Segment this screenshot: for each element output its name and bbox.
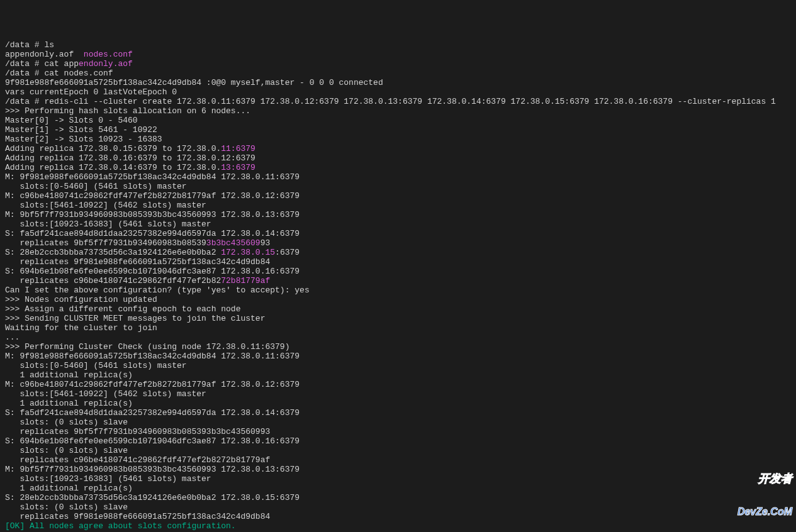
terminal-text: replicates 9bf5f7f7931b934960983b085393b…	[5, 427, 270, 436]
terminal-text: S: fa5df241cae894d8d1daa23257382e994d659…	[5, 408, 300, 418]
terminal-text: appendonly.aof	[5, 50, 84, 59]
terminal-line: /data # cat nodes.conf	[5, 69, 791, 78]
terminal-text: Waiting for the cluster to join	[5, 323, 157, 333]
terminal-text: >>> Performing Cluster Check (using node…	[5, 342, 289, 352]
terminal-line: Adding replica 172.38.0.15:6379 to 172.3…	[5, 144, 791, 153]
terminal-line: S: 694b6e1b08fe6fe0ee6599cb10719046dfc3a…	[5, 267, 791, 276]
terminal-text: M: 9bf5f7f7931b934960983b085393b3bc43560…	[5, 210, 300, 219]
terminal-text: Can I set the above configuration? (type…	[5, 285, 310, 295]
terminal-text: Master[2] -> Slots 10923 - 16383	[5, 135, 162, 144]
terminal-text: slots:[0-5460] (5461 slots) master	[5, 361, 187, 370]
terminal-line: M: 9f981e988fe666091a5725bf138ac342c4d9d…	[5, 352, 791, 361]
terminal-line: S: fa5df241cae894d8d1daa23257382e994d659…	[5, 408, 791, 418]
terminal-text: 93	[261, 238, 271, 248]
terminal-line: Can I set the above configuration? (type…	[5, 285, 791, 295]
terminal-text: slots:[10923-16383] (5461 slots) master	[5, 219, 211, 229]
terminal-line: 1 additional replica(s)	[5, 370, 791, 380]
terminal-text: M: c96be4180741c29862fdf477ef2b8272b8177…	[5, 380, 300, 389]
terminal-line: slots:[0-5460] (5461 slots) master	[5, 182, 791, 191]
terminal-line: slots:[10923-16383] (5461 slots) master	[5, 219, 791, 229]
terminal-text: >>> Nodes configuration updated	[5, 295, 157, 304]
terminal-text: M: 9f981e988fe666091a5725bf138ac342c4d9d…	[5, 352, 300, 361]
terminal-line: slots:[10923-16383] (5461 slots) master	[5, 474, 791, 484]
terminal-text: replicates 9bf5f7f7931b934960983b08539	[5, 238, 206, 248]
terminal-text: 9f981e988fe666091a5725bf138ac342c4d9db84…	[5, 78, 383, 87]
terminal-line: >>> Nodes configuration updated	[5, 295, 791, 304]
terminal-text: /data # redis-cli --cluster create 172.3…	[5, 97, 776, 106]
terminal-line: slots: (0 slots) slave	[5, 502, 791, 512]
terminal-text: Master[0] -> Slots 0 - 5460	[5, 116, 138, 125]
terminal-line: 9f981e988fe666091a5725bf138ac342c4d9db84…	[5, 78, 791, 87]
terminal-text: /data # ls	[5, 40, 54, 50]
terminal-line: S: fa5df241cae894d8d1daa23257382e994d659…	[5, 229, 791, 238]
terminal-line: /data # cat appendonly.aof	[5, 59, 791, 69]
terminal-line: Master[2] -> Slots 10923 - 16383	[5, 135, 791, 144]
terminal-line: replicates 9bf5f7f7931b934960983b085393b…	[5, 427, 791, 436]
terminal-text: Adding replica 172.38.0.15:6379 to 172.3…	[5, 144, 221, 153]
terminal-text: S: 694b6e1b08fe6fe0ee6599cb10719046dfc3a…	[5, 436, 300, 446]
terminal-line: slots:[5461-10922] (5462 slots) master	[5, 201, 791, 210]
terminal-text: M: c96be4180741c29862fdf477ef2b8272b8177…	[5, 191, 300, 201]
terminal-text: Adding replica 172.38.0.16:6379 to 172.3…	[5, 153, 255, 163]
terminal-line: slots:[0-5460] (5461 slots) master	[5, 361, 791, 370]
terminal-line: Master[1] -> Slots 5461 - 10922	[5, 125, 791, 135]
terminal-line: 1 additional replica(s)	[5, 484, 791, 493]
terminal-text: nodes.conf	[84, 50, 133, 59]
terminal-line: replicates c96be4180741c29862fdf477ef2b8…	[5, 455, 791, 465]
terminal-text: S: fa5df241cae894d8d1daa23257382e994d659…	[5, 229, 300, 238]
terminal-line: >>> Performing hash slots allocation on …	[5, 106, 791, 116]
terminal-text: 13:6379	[221, 163, 255, 172]
terminal-line: slots: (0 slots) slave	[5, 446, 791, 455]
terminal-line: Adding replica 172.38.0.14:6379 to 172.3…	[5, 163, 791, 172]
terminal-text: M: 9f981e988fe666091a5725bf138ac342c4d9d…	[5, 172, 300, 182]
terminal-text: 3b3bc435609	[206, 238, 261, 248]
terminal-text: S: 28eb2ccb3bbba73735d56c3a1924126e6e0b0…	[5, 248, 221, 257]
terminal-line: /data # ls	[5, 40, 791, 50]
terminal-text: S: 694b6e1b08fe6fe0ee6599cb10719046dfc3a…	[5, 267, 300, 276]
terminal-text: replicates 9f981e988fe666091a5725bf138ac…	[5, 512, 270, 521]
terminal-text: >>> Assign a different config epoch to e…	[5, 304, 240, 314]
terminal-text: /data # cat app	[5, 59, 79, 69]
terminal-line: replicates 9f981e988fe666091a5725bf138ac…	[5, 257, 791, 267]
terminal-line: S: 28eb2ccb3bbba73735d56c3a1924126e6e0b0…	[5, 493, 791, 502]
terminal-line: /data # redis-cli --cluster create 172.3…	[5, 97, 791, 106]
terminal-line: appendonly.aof nodes.conf	[5, 50, 791, 59]
terminal-line: >>> Assign a different config epoch to e…	[5, 304, 791, 314]
terminal-line: Master[0] -> Slots 0 - 5460	[5, 116, 791, 125]
terminal-line: M: c96be4180741c29862fdf477ef2b8272b8177…	[5, 191, 791, 201]
terminal-text: slots:[0-5460] (5461 slots) master	[5, 182, 187, 191]
terminal-text: slots:[5461-10922] (5462 slots) master	[5, 389, 206, 399]
terminal-line: M: 9f981e988fe666091a5725bf138ac342c4d9d…	[5, 172, 791, 182]
terminal-line: S: 694b6e1b08fe6fe0ee6599cb10719046dfc3a…	[5, 436, 791, 446]
terminal-text: vars currentEpoch 0 lastVoteEpoch 0	[5, 87, 177, 97]
terminal-line: slots: (0 slots) slave	[5, 418, 791, 427]
terminal-text: 1 additional replica(s)	[5, 484, 133, 493]
terminal-text: Adding replica 172.38.0.14:6379 to 172.3…	[5, 163, 221, 172]
terminal-text: Master[1] -> Slots 5461 - 10922	[5, 125, 157, 135]
terminal-text: >>> Performing hash slots allocation on …	[5, 106, 250, 116]
terminal-line: S: 28eb2ccb3bbba73735d56c3a1924126e6e0b0…	[5, 248, 791, 257]
terminal-text: slots: (0 slots) slave	[5, 502, 128, 512]
terminal-text: M: 9bf5f7f7931b934960983b085393b3bc43560…	[5, 465, 300, 474]
terminal-text: slots: (0 slots) slave	[5, 446, 128, 455]
terminal-text: 1 additional replica(s)	[5, 399, 133, 408]
terminal-line: ...	[5, 333, 791, 342]
terminal-text: 11:6379	[221, 144, 255, 153]
terminal-text: /data # cat nodes.conf	[5, 69, 113, 78]
terminal-line: replicates c96be4180741c29862fdf477ef2b8…	[5, 276, 791, 285]
terminal-line: M: 9bf5f7f7931b934960983b085393b3bc43560…	[5, 210, 791, 219]
terminal-text: ...	[5, 333, 20, 342]
terminal-output[interactable]: /data # lsappendonly.aof nodes.conf/data…	[5, 40, 791, 532]
terminal-line: slots:[5461-10922] (5462 slots) master	[5, 389, 791, 399]
terminal-line: M: c96be4180741c29862fdf477ef2b8272b8177…	[5, 380, 791, 389]
terminal-line: replicates 9f981e988fe666091a5725bf138ac…	[5, 512, 791, 521]
terminal-line: 1 additional replica(s)	[5, 399, 791, 408]
terminal-text: replicates c96be4180741c29862fdf477ef2b8…	[5, 276, 221, 285]
terminal-text: >>> Sending CLUSTER MEET messages to joi…	[5, 314, 265, 323]
terminal-text: 172.38.0.15	[221, 248, 275, 257]
terminal-text: slots:[5461-10922] (5462 slots) master	[5, 201, 206, 210]
terminal-text: replicates c96be4180741c29862fdf477ef2b8…	[5, 455, 270, 465]
terminal-line: M: 9bf5f7f7931b934960983b085393b3bc43560…	[5, 465, 791, 474]
terminal-text: [OK] All nodes agree about slots configu…	[5, 521, 236, 531]
terminal-text: replicates 9f981e988fe666091a5725bf138ac…	[5, 257, 270, 267]
